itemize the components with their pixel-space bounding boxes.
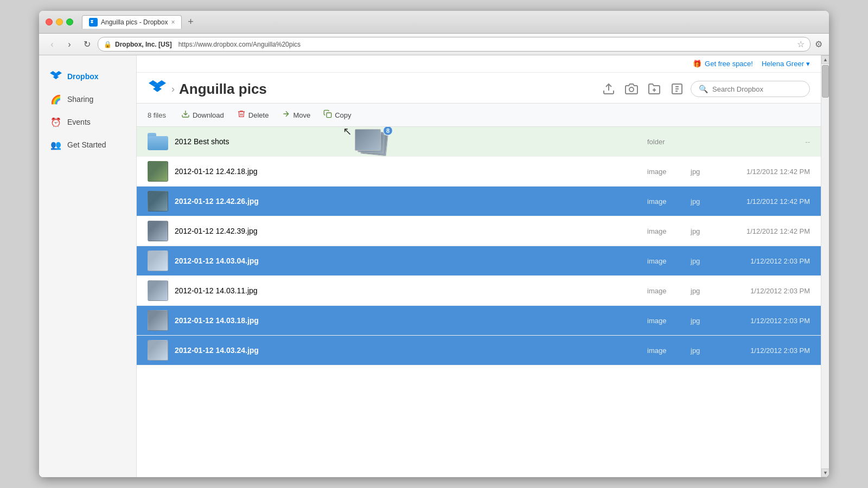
move-button[interactable]: Move <box>275 107 317 123</box>
breadcrumb-separator: › <box>171 84 175 95</box>
file-list: 2012 Best shots folder -- ↖ <box>137 127 821 477</box>
free-space-label: Get free space! <box>705 60 753 68</box>
file-row[interactable]: 2012-01-12 14.03.11.jpg image jpg 1/12/2… <box>137 276 821 306</box>
share-button[interactable] <box>668 80 686 98</box>
dropbox-icon <box>50 70 62 82</box>
download-button[interactable]: Download <box>175 107 231 123</box>
sidebar-item-dropbox[interactable]: Dropbox <box>39 66 136 87</box>
file-ext: jpg <box>691 168 718 176</box>
file-count: 8 files <box>148 111 166 119</box>
file-date: 1/12/2012 2:03 PM <box>718 317 810 325</box>
scroll-thumb[interactable] <box>822 65 829 98</box>
delete-button[interactable]: Delete <box>231 107 276 123</box>
svg-point-11 <box>629 87 634 92</box>
camera-button[interactable] <box>622 80 641 98</box>
file-ext: jpg <box>691 287 718 295</box>
file-type: image <box>647 168 691 176</box>
folder-header: › Anguilla pics <box>137 73 821 103</box>
browser-window: Anguilla pics - Dropbox × + ‹ › ↻ 🔒 Drop… <box>39 11 829 477</box>
refresh-button[interactable]: ↻ <box>80 38 93 51</box>
scrollbar[interactable]: ▲ ▼ <box>821 55 829 477</box>
user-chevron-icon: ▾ <box>806 60 810 68</box>
close-button[interactable] <box>46 18 53 25</box>
file-toolbar: 8 files Download <box>137 103 821 127</box>
new-tab-button[interactable]: + <box>184 16 197 29</box>
svg-marker-9 <box>155 91 159 92</box>
tab-favicon <box>89 18 98 27</box>
folder-icon <box>148 133 168 150</box>
tab-title: Anguilla pics - Dropbox <box>101 18 168 26</box>
file-row[interactable]: 2012 Best shots folder -- ↖ <box>137 127 821 157</box>
file-row[interactable]: 2012-01-12 14.03.24.jpg image jpg 1/12/2… <box>137 336 821 365</box>
active-tab[interactable]: Anguilla pics - Dropbox × <box>82 15 182 29</box>
bookmark-star-icon[interactable]: ☆ <box>797 39 805 49</box>
sidebar-item-get-started[interactable]: 👥 Get Started <box>39 134 136 155</box>
nav-tools: ⚙ <box>815 39 822 49</box>
svg-rect-19 <box>327 113 331 118</box>
file-name: 2012-01-12 12.42.39.jpg <box>175 227 647 235</box>
file-date: 1/12/2012 12:42 PM <box>718 168 810 176</box>
move-icon <box>282 110 290 120</box>
delete-label: Delete <box>248 111 269 119</box>
search-input[interactable] <box>712 85 802 93</box>
file-thumbnail <box>148 221 168 241</box>
main-content: 🎁 Get free space! Helena Greer ▾ <box>137 55 821 477</box>
minimize-button[interactable] <box>56 18 63 25</box>
copy-button[interactable]: Copy <box>317 107 358 123</box>
file-thumbnail <box>148 280 168 301</box>
file-row[interactable]: 2012-01-12 12.42.26.jpg image jpg 1/12/2… <box>137 187 821 216</box>
lock-icon: 🔒 <box>104 41 112 48</box>
events-icon: ⏰ <box>50 116 62 128</box>
back-button[interactable]: ‹ <box>46 38 59 51</box>
search-box[interactable]: 🔍 <box>691 81 810 97</box>
file-thumbnail <box>148 310 168 331</box>
file-thumbnail <box>148 340 168 361</box>
file-name: 2012-01-12 12.42.26.jpg <box>175 197 647 206</box>
new-folder-button[interactable] <box>645 80 663 98</box>
sidebar-item-events[interactable]: ⏰ Events <box>39 112 136 132</box>
header-actions: 🔍 <box>599 80 810 98</box>
file-name: 2012 Best shots <box>175 137 647 146</box>
file-row[interactable]: 2012-01-12 14.03.04.jpg image jpg 1/12/2… <box>137 246 821 276</box>
scroll-down-button[interactable]: ▼ <box>821 468 829 477</box>
tab-close-button[interactable]: × <box>171 19 175 25</box>
address-bar[interactable]: 🔒 Dropbox, Inc. [US] https://www.dropbox… <box>98 37 810 52</box>
title-bar: Anguilla pics - Dropbox × + <box>39 11 829 34</box>
maximize-button[interactable] <box>66 18 73 25</box>
sidebar-label-dropbox: Dropbox <box>67 72 99 81</box>
file-ext: jpg <box>691 257 718 265</box>
file-row[interactable]: 2012-01-12 12.42.39.jpg image jpg 1/12/2… <box>137 216 821 246</box>
user-menu[interactable]: Helena Greer ▾ <box>762 60 810 68</box>
file-row[interactable]: 2012-01-12 14.03.18.jpg image jpg 1/12/2… <box>137 306 821 336</box>
file-name: 2012-01-12 14.03.18.jpg <box>175 316 647 325</box>
scroll-up-button[interactable]: ▲ <box>821 55 829 64</box>
upload-button[interactable] <box>599 80 618 98</box>
file-date: 1/12/2012 2:03 PM <box>718 287 810 295</box>
gift-icon: 🎁 <box>693 60 701 68</box>
file-row[interactable]: 2012-01-12 12.42.18.jpg image jpg 1/12/2… <box>137 157 821 187</box>
file-name: 2012-01-12 14.03.11.jpg <box>175 286 647 295</box>
url-full: https://www.dropbox.com/Anguilla%20pics <box>178 41 301 48</box>
breadcrumb: › Anguilla pics <box>148 79 267 99</box>
free-space-button[interactable]: 🎁 Get free space! <box>693 60 753 68</box>
folder-thumbnail <box>148 131 168 152</box>
svg-marker-4 <box>54 78 58 79</box>
file-type: folder <box>647 138 691 146</box>
sidebar-item-sharing[interactable]: 🌈 Sharing <box>39 89 136 110</box>
file-ext: jpg <box>691 197 718 206</box>
sharing-icon: 🌈 <box>50 93 62 105</box>
file-ext: jpg <box>691 346 718 355</box>
file-name: 2012-01-12 14.03.24.jpg <box>175 346 647 355</box>
forward-button[interactable]: › <box>63 38 76 51</box>
file-ext: jpg <box>691 317 718 325</box>
wrench-icon[interactable]: ⚙ <box>815 39 822 49</box>
copy-icon <box>323 110 332 120</box>
breadcrumb-home-icon[interactable] <box>148 79 167 99</box>
file-type: image <box>647 197 691 206</box>
file-type: image <box>647 317 691 325</box>
top-user-bar: 🎁 Get free space! Helena Greer ▾ <box>137 55 821 73</box>
url-site: Dropbox, Inc. [US] <box>115 41 172 48</box>
app-content: Dropbox 🌈 Sharing ⏰ Events 👥 Get Started… <box>39 55 829 477</box>
file-type: image <box>647 346 691 355</box>
file-name: 2012-01-12 12.42.18.jpg <box>175 167 647 176</box>
